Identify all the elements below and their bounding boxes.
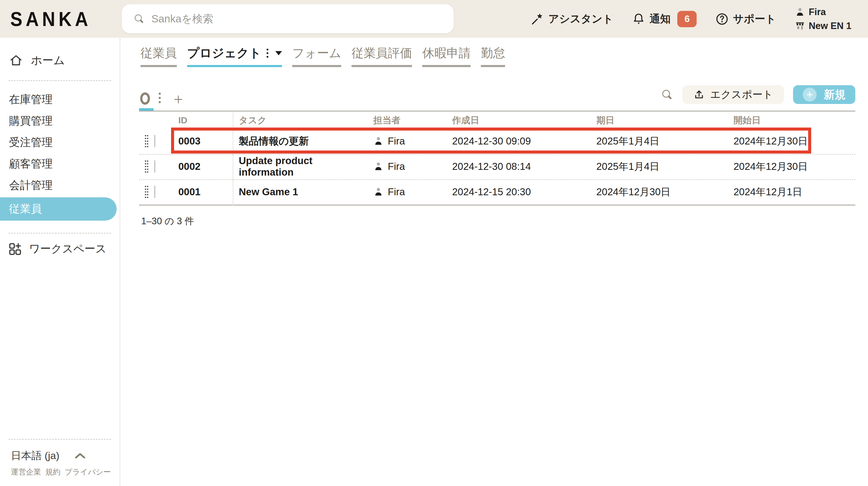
cell-assignee[interactable]: Fira xyxy=(364,161,441,172)
sidebar-item-workspace[interactable]: ワークスペース xyxy=(0,242,120,256)
cell-task[interactable]: Update product information xyxy=(233,155,364,178)
sidebar-item-purchasing[interactable]: 購買管理 xyxy=(0,110,120,132)
column-header-due[interactable]: 期日 xyxy=(586,114,724,127)
column-header-task[interactable]: タスク xyxy=(233,114,364,127)
assignee-avatar-icon xyxy=(373,161,383,172)
language-label: 日本語 (ja) xyxy=(11,449,60,463)
kebab-icon[interactable] xyxy=(266,48,269,58)
sidebar-home-label: ホーム xyxy=(31,53,65,68)
row-checkbox[interactable] xyxy=(154,160,155,173)
notifications-button[interactable]: 通知 6 xyxy=(632,11,696,27)
sidebar-divider xyxy=(8,233,111,234)
drag-handle-icon[interactable] xyxy=(139,159,154,174)
drag-handle-icon[interactable] xyxy=(139,134,154,148)
storefront-icon xyxy=(795,21,805,31)
row-divider xyxy=(139,179,855,180)
app-logo[interactable]: SANKA xyxy=(10,7,91,31)
export-button[interactable]: エクスポート xyxy=(682,85,784,104)
upload-icon xyxy=(693,89,705,100)
main-content: 従業員 プロジェクト フォーム 従業員評価 休暇申請 勤怠 xyxy=(120,38,868,486)
chevron-up-icon xyxy=(75,452,86,460)
link-privacy[interactable]: プライバシー xyxy=(65,467,111,477)
sidebar-item-accounting[interactable]: 会計管理 xyxy=(0,175,120,196)
caret-down-icon[interactable] xyxy=(275,51,282,55)
sidebar-item-employees[interactable]: 従業員 xyxy=(0,198,117,221)
cell-id[interactable]: 0001 xyxy=(172,186,233,198)
cell-created[interactable]: 2024-12-15 20:30 xyxy=(441,186,586,198)
assistant-label: アシスタント xyxy=(548,12,613,26)
language-selector[interactable]: 日本語 (ja) xyxy=(11,449,120,463)
sidebar-item-customers[interactable]: 顧客管理 xyxy=(0,153,120,175)
column-header-created[interactable]: 作成日 xyxy=(441,114,586,127)
search-input[interactable] xyxy=(151,13,430,25)
view-options-kebab-icon[interactable] xyxy=(158,92,161,104)
column-header-start[interactable]: 開始日 xyxy=(724,114,855,127)
cell-task[interactable]: New Game 1 xyxy=(233,186,364,198)
tab-forms[interactable]: フォーム xyxy=(292,45,342,67)
row-divider xyxy=(139,154,855,155)
module-tabs: 従業員 プロジェクト フォーム 従業員評価 休暇申請 勤怠 xyxy=(141,45,505,67)
row-checkbox[interactable] xyxy=(154,135,155,147)
cell-created[interactable]: 2024-12-30 08:14 xyxy=(441,161,586,172)
table-actions: エクスポート 新規 xyxy=(661,85,855,104)
cell-id[interactable]: 0003 xyxy=(172,135,233,147)
assignee-avatar-icon xyxy=(373,187,383,197)
tab-employees[interactable]: 従業員 xyxy=(141,45,177,67)
account-workspace[interactable]: New EN 1 xyxy=(795,21,851,31)
account-user[interactable]: Fira xyxy=(795,7,851,18)
sidebar-item-home[interactable]: ホーム xyxy=(0,53,120,68)
sidebar: ホーム 在庫管理 購買管理 受注管理 顧客管理 会計管理 従業員 ワークスペース… xyxy=(0,38,120,486)
legal-links: 運営企業 規約 プライバシー xyxy=(11,467,120,477)
table-row[interactable]: 0002 Update product information Fira 202… xyxy=(139,154,855,179)
plus-icon xyxy=(803,88,817,101)
sidebar-item-inventory[interactable]: 在庫管理 xyxy=(0,89,120,110)
cell-assignee[interactable]: Fira xyxy=(364,186,441,198)
cell-due[interactable]: 2025年1月4日 xyxy=(586,134,724,148)
account-menu[interactable]: Fira New EN 1 xyxy=(795,7,851,31)
table-row[interactable]: 0001 New Game 1 Fira 2024-12-15 20:30 20… xyxy=(139,179,855,205)
cell-start[interactable]: 2024年12月30日 xyxy=(724,160,855,174)
cell-due[interactable]: 2024年12月30日 xyxy=(586,185,724,199)
notification-badge: 6 xyxy=(677,11,696,27)
table-vertical-divider xyxy=(233,112,233,206)
user-name: Fira xyxy=(809,7,826,18)
add-view-plus-icon[interactable] xyxy=(173,94,183,104)
tab-leave-requests[interactable]: 休暇申請 xyxy=(422,45,471,67)
global-search[interactable] xyxy=(122,4,454,33)
wand-icon xyxy=(531,12,544,26)
workspace-name: New EN 1 xyxy=(809,21,851,31)
table-search-icon[interactable] xyxy=(661,88,673,101)
assignee-avatar-icon xyxy=(373,136,383,146)
support-button[interactable]: サポート xyxy=(715,12,776,26)
link-company[interactable]: 運営企業 xyxy=(11,467,41,477)
sidebar-workspace-label: ワークスペース xyxy=(29,242,106,256)
table-row[interactable]: 0003 製品情報の更新 Fira 2024-12-30 09:09 2025年… xyxy=(139,128,855,154)
cell-due[interactable]: 2025年1月4日 xyxy=(586,160,724,174)
cell-task[interactable]: 製品情報の更新 xyxy=(233,134,364,148)
tab-evaluations[interactable]: 従業員評価 xyxy=(351,45,412,67)
row-checkbox[interactable] xyxy=(154,186,155,198)
assistant-button[interactable]: アシスタント xyxy=(531,12,613,26)
tab-projects[interactable]: プロジェクト xyxy=(187,45,282,67)
cell-assignee[interactable]: Fira xyxy=(364,135,441,147)
tab-attendance[interactable]: 勤怠 xyxy=(481,45,505,67)
view-tab-circle[interactable] xyxy=(139,91,154,111)
cell-start[interactable]: 2024年12月30日 xyxy=(724,134,855,148)
bell-icon xyxy=(632,12,645,26)
export-label: エクスポート xyxy=(710,88,773,101)
pagination-summary: 1–30 の 3 件 xyxy=(141,215,194,227)
column-header-assignee[interactable]: 担当者 xyxy=(364,114,441,127)
sidebar-nav: 在庫管理 購買管理 受注管理 顧客管理 会計管理 従業員 xyxy=(0,89,120,221)
cell-start[interactable]: 2024年12月1日 xyxy=(724,185,855,199)
new-button[interactable]: 新規 xyxy=(793,85,855,104)
sidebar-item-orders[interactable]: 受注管理 xyxy=(0,132,120,153)
link-terms[interactable]: 規約 xyxy=(45,467,60,477)
new-label: 新規 xyxy=(824,87,846,102)
drag-handle-icon[interactable] xyxy=(139,185,154,199)
person-icon xyxy=(795,7,805,17)
sidebar-divider xyxy=(8,439,111,440)
column-header-id[interactable]: ID xyxy=(172,115,233,125)
cell-created[interactable]: 2024-12-30 09:09 xyxy=(441,135,586,147)
home-icon xyxy=(9,54,23,67)
cell-id[interactable]: 0002 xyxy=(172,161,233,172)
